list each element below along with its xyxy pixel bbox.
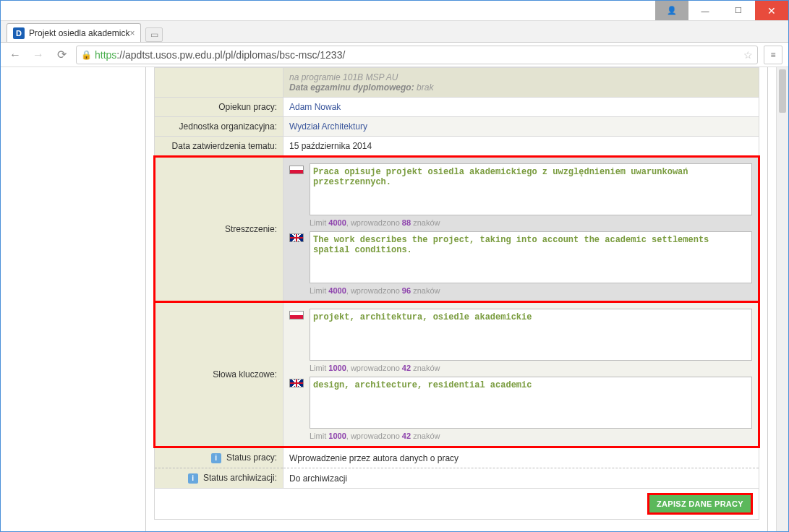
supervisor-value: Adam Nowak — [283, 98, 759, 117]
exam-label: Data egzaminu dyplomowego: — [289, 82, 414, 93]
tab-title: Projekt osiedla akademick — [29, 28, 129, 38]
status-work-label: Status pracy: — [226, 452, 277, 463]
supervisor-label: Opiekun pracy: — [155, 98, 283, 117]
program-label-cell — [155, 68, 283, 98]
status-arch-value: Do archiwizacji — [283, 468, 759, 489]
diploma-form-table: na programie 101B MSP AU Data egzaminu d… — [153, 67, 760, 520]
abstract-en-textarea[interactable] — [310, 231, 752, 283]
unit-link[interactable]: Wydział Architektury — [289, 121, 367, 132]
unit-value: Wydział Architektury — [283, 117, 759, 137]
keywords-cell: Limit 1000, wprowadzono 42 znaków Limit … — [283, 302, 759, 447]
abstract-label: Streszczenie: — [155, 157, 283, 302]
abstract-cell: Limit 4000, wprowadzono 88 znaków Limit … — [283, 157, 759, 302]
maximize-button[interactable]: ☐ — [722, 1, 755, 20]
back-button[interactable]: ← — [7, 46, 24, 64]
vertical-scrollbar[interactable] — [776, 67, 788, 531]
keywords-en-textarea[interactable] — [310, 377, 752, 429]
info-icon[interactable]: i — [211, 453, 221, 463]
abstract-pl-textarea[interactable] — [310, 163, 752, 215]
save-row: ZAPISZ DANE PRACY — [155, 489, 759, 520]
tab-close-icon[interactable]: × — [129, 28, 135, 38]
flag-gb-icon — [289, 233, 304, 242]
unit-label: Jednostka organizacyjna: — [155, 117, 283, 137]
status-arch-label-cell: i Status archiwizacji: — [155, 468, 283, 489]
menu-button[interactable]: ≡ — [764, 46, 782, 64]
minimize-button[interactable]: — — [688, 1, 722, 20]
keywords-pl-textarea[interactable] — [310, 309, 752, 361]
abstract-en-limit: Limit 4000, wprowadzono 96 znaków — [310, 286, 752, 295]
keywords-label: Słowa kluczowe: — [155, 302, 283, 447]
window-titlebar: 👤 — ☐ ✕ — [1, 1, 788, 21]
new-tab-button[interactable]: ▭ — [145, 27, 163, 42]
url-scheme: https — [95, 49, 116, 61]
info-icon[interactable]: i — [188, 473, 198, 484]
bookmark-star-icon[interactable]: ☆ — [743, 49, 753, 61]
nav-bar: ← → ⟳ 🔒 https://apdtst.usos.pw.edu.pl/pl… — [1, 43, 788, 67]
flag-gb-icon — [289, 379, 304, 387]
flag-pl-icon — [289, 311, 304, 319]
forward-button[interactable]: → — [30, 46, 47, 64]
browser-tab[interactable]: D Projekt osiedla akademick × — [7, 23, 141, 42]
close-button[interactable]: ✕ — [755, 1, 788, 20]
user-icon[interactable]: 👤 — [655, 1, 688, 20]
abstract-pl-limit: Limit 4000, wprowadzono 88 znaków — [310, 218, 752, 227]
program-info-cell: na programie 101B MSP AU Data egzaminu d… — [283, 68, 759, 98]
status-work-value: Wprowadzenie przez autora danych o pracy — [283, 447, 759, 468]
tab-bar: D Projekt osiedla akademick × ▭ — [1, 21, 788, 43]
save-button[interactable]: ZAPISZ DANE PRACY — [647, 493, 753, 515]
exam-value: brak — [417, 82, 433, 93]
approval-value: 15 października 2014 — [283, 137, 759, 157]
status-work-label-cell: i Status pracy: — [155, 447, 283, 468]
status-arch-label: Status archiwizacji: — [203, 473, 277, 483]
address-bar[interactable]: 🔒 https://apdtst.usos.pw.edu.pl/pl/diplo… — [76, 46, 758, 64]
lock-icon: 🔒 — [81, 50, 92, 60]
keywords-en-limit: Limit 1000, wprowadzono 42 znaków — [310, 432, 752, 440]
keywords-pl-limit: Limit 1000, wprowadzono 42 znaków — [310, 364, 752, 372]
supervisor-link[interactable]: Adam Nowak — [289, 102, 341, 112]
reload-button[interactable]: ⟳ — [53, 46, 70, 64]
approval-label: Data zatwierdzenia tematu: — [155, 137, 283, 157]
flag-pl-icon — [289, 166, 304, 174]
favicon: D — [13, 27, 25, 39]
url-rest: ://apdtst.usos.pw.edu.pl/pl/diplomas/bsc… — [116, 49, 345, 61]
program-line: na programie 101B MSP AU — [289, 72, 398, 82]
